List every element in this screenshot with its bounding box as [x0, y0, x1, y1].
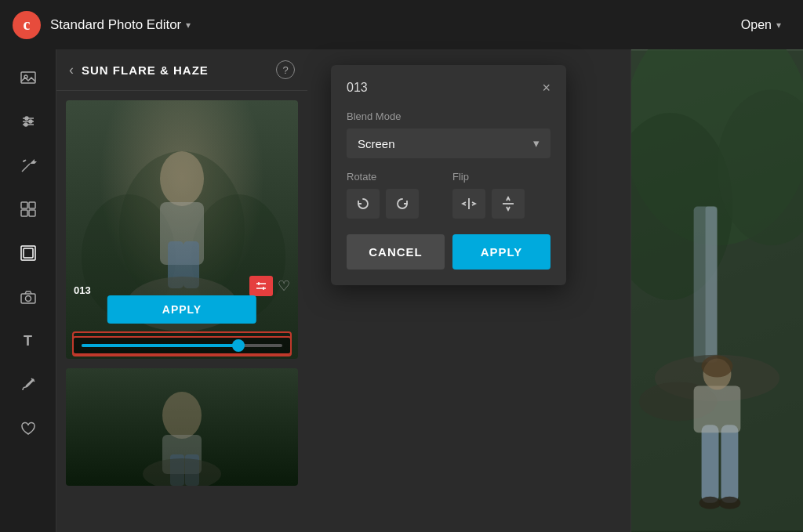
- card-overlay-label: 013: [74, 284, 91, 296]
- open-chevron-icon: ▾: [776, 20, 781, 31]
- sidebar: T: [0, 49, 56, 532]
- main-layout: T ‹ SUN FLARE & HAZE ?: [0, 49, 803, 532]
- svg-point-58: [702, 356, 733, 378]
- left-panel: ‹ SUN FLARE & HAZE ?: [56, 49, 307, 532]
- rotate-right-button[interactable]: [386, 189, 419, 219]
- slider-track[interactable]: [82, 344, 282, 347]
- slider-thumb[interactable]: [232, 339, 245, 352]
- svg-rect-52: [702, 425, 719, 503]
- logo-icon[interactable]: c: [13, 11, 41, 39]
- blend-mode-section: Blend Mode Screen ▾: [347, 110, 550, 158]
- rotate-label: Rotate: [347, 171, 445, 183]
- rotate-left-button[interactable]: [347, 189, 380, 219]
- sidebar-item-frame[interactable]: [9, 234, 47, 272]
- flip-vertical-button[interactable]: [492, 189, 525, 219]
- sidebar-item-text[interactable]: T: [9, 322, 47, 360]
- svg-point-21: [25, 296, 31, 302]
- svg-rect-49: [706, 206, 718, 362]
- flip-buttons: [452, 189, 550, 219]
- svg-point-55: [718, 497, 740, 509]
- svg-point-54: [699, 497, 721, 509]
- dialog-actions: CANCEL APPLY: [347, 234, 550, 270]
- sidebar-item-camera[interactable]: [9, 278, 47, 316]
- open-button[interactable]: Open ▾: [732, 12, 790, 38]
- app-title: Standard Photo Editor: [50, 17, 181, 33]
- svg-rect-53: [721, 425, 738, 503]
- rotate-group: Rotate: [347, 171, 445, 219]
- sidebar-item-brush[interactable]: [9, 366, 47, 404]
- card-controls: ♡: [249, 276, 290, 296]
- title-dropdown[interactable]: Standard Photo Editor ▾: [50, 17, 191, 33]
- svg-point-9: [24, 123, 27, 126]
- dialog-title: 013: [347, 81, 368, 95]
- cancel-button[interactable]: CANCEL: [347, 234, 445, 270]
- flip-horizontal-button[interactable]: [452, 189, 485, 219]
- svg-point-27: [160, 151, 204, 206]
- svg-rect-56: [694, 385, 741, 432]
- blend-mode-label: Blend Mode: [347, 110, 550, 122]
- settings-dialog: 013 × Blend Mode Screen ▾: [331, 65, 566, 285]
- transform-row: Rotate: [347, 171, 550, 219]
- svg-rect-15: [29, 202, 35, 208]
- bottom-overlay-image: [66, 368, 298, 486]
- bottom-overlay-card: [66, 368, 298, 486]
- slider-fill: [82, 344, 238, 347]
- center-area: 013 × Blend Mode Screen ▾: [307, 49, 630, 532]
- blend-chevron-icon: ▾: [533, 136, 540, 150]
- sidebar-item-magic[interactable]: [9, 147, 47, 184]
- panel-header: ‹ SUN FLARE & HAZE ?: [56, 49, 307, 91]
- help-label: ?: [282, 64, 288, 76]
- svg-point-7: [25, 117, 28, 120]
- open-label: Open: [741, 18, 772, 32]
- sidebar-item-adjustments[interactable]: [9, 103, 47, 140]
- flip-label: Flip: [452, 171, 550, 183]
- svg-rect-16: [21, 210, 27, 216]
- blend-mode-select[interactable]: Screen ▾: [347, 128, 550, 158]
- dialog-header: 013 ×: [347, 81, 550, 95]
- sidebar-item-grid[interactable]: [9, 190, 47, 228]
- svg-point-37: [162, 392, 202, 439]
- top-overlay-card: 013 ♡ APPLY: [66, 100, 298, 359]
- dialog-close-button[interactable]: ×: [542, 81, 550, 95]
- dialog-overlay: 013 × Blend Mode Screen ▾: [307, 49, 630, 532]
- blend-mode-value: Screen: [358, 137, 395, 150]
- sidebar-item-gallery[interactable]: [9, 59, 47, 96]
- help-button[interactable]: ?: [276, 60, 295, 79]
- slider-container: [72, 336, 292, 355]
- settings-button[interactable]: [249, 276, 273, 296]
- svg-rect-17: [29, 210, 35, 216]
- rotate-buttons: [347, 189, 445, 219]
- svg-point-8: [29, 120, 32, 123]
- right-photo-area: [630, 49, 803, 532]
- blend-select-inner: Screen ▾: [358, 136, 540, 150]
- apply-button[interactable]: APPLY: [452, 234, 550, 270]
- svg-rect-14: [21, 202, 27, 208]
- panel-title: SUN FLARE & HAZE: [82, 63, 268, 77]
- svg-text:c: c: [24, 16, 31, 33]
- title-chevron-icon: ▾: [186, 20, 191, 31]
- header: c Standard Photo Editor ▾ Open ▾: [0, 0, 803, 49]
- sidebar-item-heart[interactable]: [9, 410, 47, 447]
- favorite-button[interactable]: ♡: [278, 277, 290, 295]
- back-button[interactable]: ‹: [69, 62, 74, 78]
- apply-button-card[interactable]: APPLY: [107, 295, 256, 324]
- header-left: c Standard Photo Editor ▾: [13, 11, 191, 39]
- svg-point-41: [143, 458, 221, 486]
- svg-rect-19: [24, 248, 33, 258]
- flip-group: Flip: [452, 171, 550, 219]
- svg-line-10: [22, 164, 30, 172]
